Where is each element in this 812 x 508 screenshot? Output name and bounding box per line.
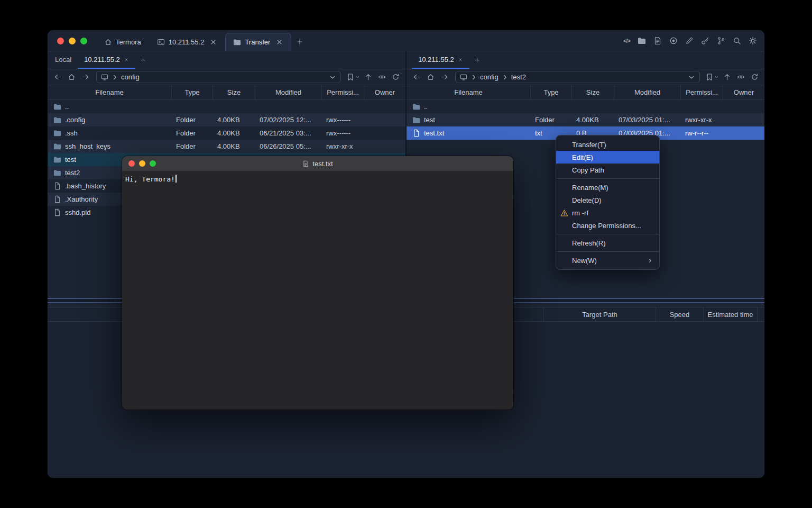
table-row[interactable]: .. [407,100,764,113]
file-name: .. [424,103,428,111]
chevron-down-icon [714,75,719,79]
column-header-filename[interactable]: Filename [48,85,172,99]
menu-item-copy-path[interactable]: Copy Path [556,164,659,176]
column-header-type[interactable]: Type [172,85,213,99]
folder-icon[interactable] [638,37,646,45]
editor-content[interactable]: Hi, Termora! [122,171,513,410]
tab-local[interactable]: Local [49,51,78,69]
home-button[interactable] [66,71,77,83]
forward-button[interactable] [438,71,450,83]
column-header-target-path[interactable]: Target Path [543,307,656,321]
close-tab-icon[interactable] [275,38,283,46]
file-name: sshd.pid [65,208,90,216]
path-bar[interactable]: config [96,71,341,83]
settings-gear-icon[interactable] [749,37,757,45]
chevron-right-icon [501,74,509,81]
back-button[interactable] [411,71,422,83]
menu-item-rm-rf[interactable]: rm -rf [556,206,659,219]
show-hidden-files-button[interactable] [735,71,746,83]
table-row[interactable]: ssh_host_keys Folder 4.00KB 06/26/2025 0… [48,140,405,153]
file-icon [412,129,420,137]
column-header-owner[interactable]: Owner [723,85,764,99]
menu-item-new[interactable]: New(W) [556,254,659,267]
path-segment[interactable]: config [121,73,140,81]
column-header-type[interactable]: Type [531,85,572,99]
new-panel-tab-button[interactable] [135,51,151,69]
titlebar-toolbar: </> [623,30,757,51]
arrow-left-icon [54,73,62,81]
column-header-permissions[interactable]: Permissi... [322,85,364,99]
tab-remote-host[interactable]: 10.211.55.2 [78,51,135,69]
table-row[interactable]: .. [48,100,405,113]
column-header-owner[interactable]: Owner [364,85,405,99]
column-header-filename[interactable]: Filename [407,85,531,99]
folder-icon [53,116,61,124]
new-tab-button[interactable] [291,33,308,51]
close-tab-icon[interactable] [209,38,217,46]
menu-item-change-permissions[interactable]: Change Permissions... [556,219,659,232]
column-header-speed[interactable]: Speed [656,307,703,321]
menu-item-rename[interactable]: Rename(M) [556,181,659,194]
document-icon[interactable] [653,37,662,45]
bookmark-button[interactable] [705,73,719,81]
back-button[interactable] [52,71,63,83]
menu-item-refresh[interactable]: Refresh(R) [556,237,659,249]
parent-directory-button[interactable] [362,71,374,83]
forward-button[interactable] [79,71,91,83]
close-tab-icon[interactable] [124,57,129,62]
tab-label: 10.211.55.2 [418,56,454,64]
table-row[interactable]: .ssh Folder 4.00KB 06/21/2025 03:... rwx… [48,126,405,140]
chevron-down-icon[interactable] [688,74,695,81]
path-bar[interactable]: config test2 [455,71,700,83]
computer-icon [460,74,467,81]
new-panel-tab-button[interactable] [469,51,485,69]
search-icon[interactable] [733,37,741,45]
column-header-estimated-time[interactable]: Estimated time [703,307,757,321]
minimize-window-button[interactable] [139,160,145,167]
arrow-right-icon [81,73,89,81]
close-tab-icon[interactable] [458,57,463,62]
editor-window: test.txt Hi, Termora! [122,156,513,410]
close-window-button[interactable] [57,38,64,44]
tab-terminal-session[interactable]: 10.211.55.2 [149,33,226,51]
chevron-right-icon [111,74,118,81]
tab-termora[interactable]: Termora [96,33,149,51]
minimize-window-button[interactable] [69,38,76,44]
home-button[interactable] [425,71,436,83]
column-header-modified[interactable]: Modified [255,85,322,99]
tab-remote-host[interactable]: 10.211.55.2 [412,51,469,69]
parent-directory-button[interactable] [721,71,733,83]
tab-label: Local [55,56,71,64]
column-header-size[interactable]: Size [572,85,614,99]
column-header-size[interactable]: Size [213,85,255,99]
maximize-window-button[interactable] [150,160,156,167]
key-icon[interactable] [701,37,709,45]
table-row[interactable]: .config Folder 4.00KB 07/02/2025 12:... … [48,113,405,126]
code-icon[interactable]: </> [623,38,630,44]
menu-item-delete[interactable]: Delete(D) [556,194,659,206]
file-name: test [65,156,76,164]
column-header-permissions[interactable]: Permissi... [681,85,723,99]
editor-text: Hi, Termora! [125,175,175,183]
maximize-window-button[interactable] [80,38,87,44]
git-branch-icon[interactable] [717,37,725,45]
chevron-down-icon[interactable] [329,74,336,81]
refresh-button[interactable] [749,71,760,83]
refresh-button[interactable] [390,71,401,83]
pencil-icon[interactable] [685,37,694,45]
path-segment[interactable]: test2 [511,73,526,81]
editor-titlebar[interactable]: test.txt [122,156,513,171]
show-hidden-files-button[interactable] [376,71,387,83]
menu-item-transfer[interactable]: Transfer(T) [556,138,659,151]
menu-separator [557,234,659,234]
file-icon [53,195,61,203]
table-row[interactable]: test Folder 4.00KB 07/03/2025 01:... rwx… [407,113,764,126]
bookmark-button[interactable] [346,73,360,81]
column-header-modified[interactable]: Modified [614,85,681,99]
menu-item-edit[interactable]: Edit(E) [556,151,659,164]
tab-transfer[interactable]: Transfer [225,33,291,51]
record-icon[interactable] [669,37,678,45]
eye-icon [378,73,386,81]
close-window-button[interactable] [128,160,135,167]
path-segment[interactable]: config [480,73,499,81]
